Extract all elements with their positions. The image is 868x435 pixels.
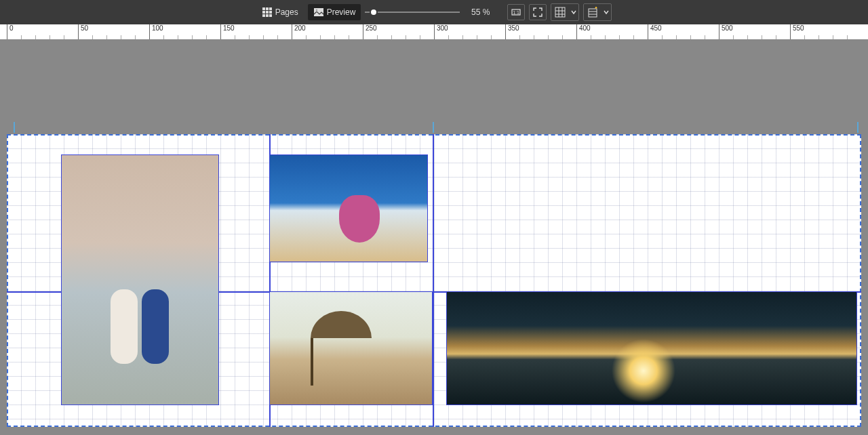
pages-label: Pages [275, 7, 298, 17]
ruler-tick: 0 [7, 24, 14, 39]
fit-screen-icon [532, 7, 543, 18]
zoom-thumb[interactable] [370, 8, 378, 16]
svg-rect-8 [269, 14, 272, 17]
placed-image [62, 155, 218, 405]
ruler-tick: 500 [719, 24, 733, 39]
ruler-tick: 150 [220, 24, 235, 39]
placed-image [270, 155, 427, 262]
svg-rect-4 [266, 11, 269, 14]
margin-tick [433, 122, 434, 133]
image-icon [313, 7, 324, 18]
ruler-tick: 200 [292, 24, 306, 39]
actual-size-button[interactable]: 1:1 [507, 4, 525, 20]
margin-tick [857, 122, 859, 133]
actual-size-icon: 1:1 [511, 7, 521, 18]
svg-rect-0 [262, 7, 265, 10]
svg-rect-21 [595, 7, 597, 8]
ruler-tick: 400 [576, 24, 591, 39]
svg-rect-18 [589, 9, 597, 17]
grid-toggle-button[interactable] [551, 4, 569, 20]
top-toolbar: Pages Preview 55 % 1:1 [0, 0, 868, 24]
photo-sunset-panorama[interactable] [446, 291, 857, 405]
baseline-grid-button[interactable] [584, 4, 601, 20]
fit-screen-button[interactable] [529, 4, 547, 20]
workspace[interactable] [0, 39, 868, 435]
ruler-tick: 250 [363, 24, 377, 39]
svg-point-10 [315, 9, 317, 12]
ruler-tick: 550 [790, 24, 804, 39]
svg-rect-2 [269, 7, 272, 10]
grid-icon [262, 7, 273, 18]
preview-label: Preview [327, 7, 356, 17]
photo-couple-beach[interactable] [61, 154, 219, 405]
svg-rect-9 [314, 8, 323, 16]
preview-button[interactable]: Preview [308, 4, 361, 20]
ruler-tick: 100 [149, 24, 163, 39]
photo-child-beach[interactable] [269, 154, 428, 262]
svg-rect-3 [262, 11, 265, 14]
ruler-tick: 50 [78, 24, 88, 39]
grid-toggle-dropdown[interactable] [551, 3, 579, 21]
chevron-down-icon[interactable] [569, 9, 578, 15]
svg-rect-5 [269, 11, 272, 14]
zoom-track [365, 12, 460, 13]
svg-rect-13 [555, 7, 565, 17]
svg-rect-1 [266, 7, 269, 10]
baseline-grid-dropdown[interactable] [583, 3, 612, 21]
svg-rect-7 [266, 14, 269, 17]
baseline-grid-icon [587, 7, 598, 18]
chevron-down-icon[interactable] [601, 9, 611, 15]
page-spread[interactable] [7, 134, 861, 427]
zoom-readout: 55 % [464, 7, 494, 17]
page-separator [433, 134, 434, 427]
margin-tick [14, 122, 15, 133]
photo-beach-umbrellas[interactable] [269, 291, 433, 405]
ruler-tick: 450 [648, 24, 662, 39]
placed-image [447, 292, 856, 405]
svg-text:1:1: 1:1 [513, 10, 519, 15]
grid-toggle-icon [555, 7, 566, 18]
placed-image [270, 292, 432, 405]
svg-rect-6 [262, 14, 265, 17]
horizontal-ruler: 050100150200250300350400450500550 [0, 24, 868, 39]
zoom-slider[interactable] [365, 7, 460, 18]
ruler-tick: 300 [434, 24, 448, 39]
pages-button[interactable]: Pages [256, 4, 304, 20]
ruler-tick: 350 [505, 24, 519, 39]
